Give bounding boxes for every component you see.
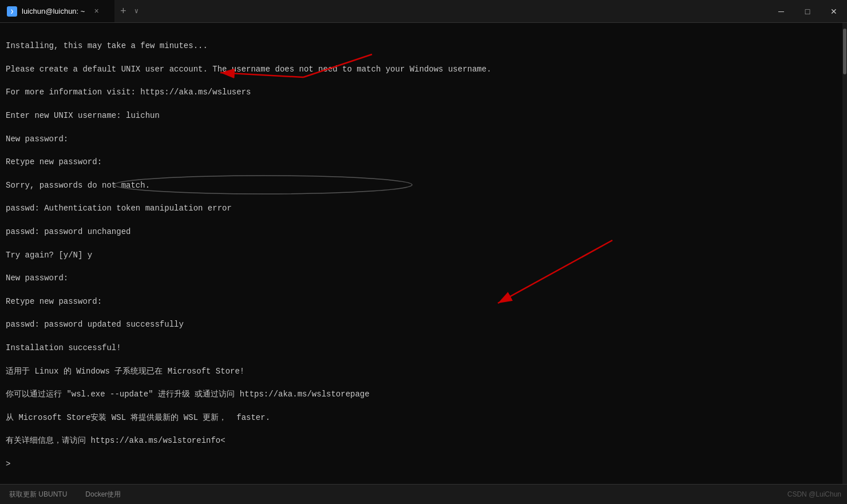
- terminal-line-16: 你可以通过运行 "wsl.exe --update" 进行升级 或通过访问 ht…: [6, 388, 841, 400]
- terminal-line-15: 适用于 Linux 的 Windows 子系统现已在 Microsoft Sto…: [6, 366, 841, 377]
- terminal-tab-title: luichun@luichun: ~: [22, 7, 85, 15]
- maximize-button[interactable]: □: [794, 0, 821, 23]
- new-tab-button[interactable]: +: [114, 0, 132, 22]
- terminal-line-10: Try again? [y/N] y: [6, 249, 841, 261]
- taskbar: 获取更新 UBUNTU Docker使用 CSDN @LuiChun: [0, 484, 847, 504]
- terminal-line-9: passwd: password unchanged: [6, 226, 841, 237]
- terminal-line-3: For more information visit: https://aka.…: [6, 86, 841, 98]
- title-bar: ❯ luichun@luichun: ~ × + ∨ ─ □ ✕: [0, 0, 847, 23]
- terminal-tab-icon: ❯: [7, 6, 17, 17]
- tab-dropdown-button[interactable]: ∨: [132, 7, 141, 15]
- minimize-button[interactable]: ─: [768, 0, 794, 23]
- terminal-line-12: Retype new password:: [6, 296, 841, 307]
- terminal-line-14: Installation successful!: [6, 342, 841, 354]
- taskbar-items: 获取更新 UBUNTU Docker使用: [6, 489, 124, 501]
- terminal-output: Installing, this may take a few minutes.…: [0, 23, 847, 484]
- terminal-line-6: Retype new password:: [6, 156, 841, 168]
- window-controls: ─ □ ✕: [768, 0, 847, 22]
- taskbar-item-docker[interactable]: Docker使用: [82, 489, 124, 501]
- terminal-line-7: Sorry, passwords do not match.: [6, 180, 841, 191]
- terminal-line-1: Installing, this may take a few minutes.…: [6, 40, 841, 51]
- terminal-line-17: 从 Microsoft Store安装 WSL 将提供最新的 WSL 更新， f…: [6, 412, 841, 423]
- terminal-line-19: >: [6, 458, 841, 470]
- terminal-tab[interactable]: ❯ luichun@luichun: ~ ×: [0, 0, 114, 22]
- terminal-line-4: Enter new UNIX username: luichun: [6, 110, 841, 121]
- watermark-label: CSDN @LuiChun: [787, 490, 841, 498]
- terminal-line-11: New password:: [6, 272, 841, 284]
- terminal-line-13: passwd: password updated successfully: [6, 319, 841, 330]
- terminal-tab-close[interactable]: ×: [92, 6, 101, 17]
- terminal-scrollbar[interactable]: [842, 23, 847, 484]
- scrollbar-thumb[interactable]: [843, 29, 846, 74]
- terminal-line-2: Please create a default UNIX user accoun…: [6, 64, 841, 75]
- terminal-line-8: passwd: Authentication token manipulatio…: [6, 203, 841, 214]
- terminal-line-5: New password:: [6, 133, 841, 145]
- taskbar-item-ubuntu[interactable]: 获取更新 UBUNTU: [6, 489, 70, 501]
- terminal-line-18: 有关详细信息，请访问 https://aka.ms/wslstoreinfo<: [6, 435, 841, 446]
- close-button[interactable]: ✕: [821, 0, 847, 23]
